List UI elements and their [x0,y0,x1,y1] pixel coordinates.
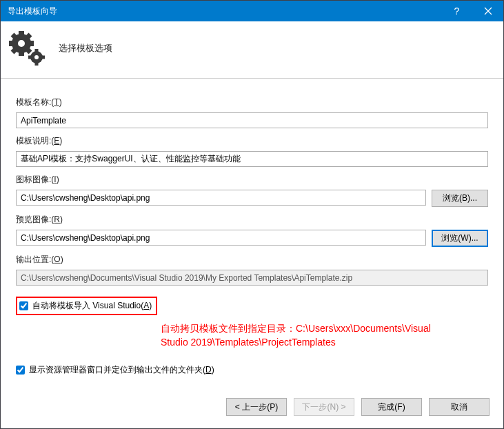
template-desc-label: 模板说明:(E) [16,135,488,147]
output-location-label: 输出位置:(O) [16,254,488,266]
wizard-header: 选择模板选项 [1,21,503,79]
svg-rect-14 [35,62,39,66]
close-icon [484,7,492,15]
svg-rect-13 [35,49,39,52]
template-name-label: 模板名称:(T) [16,97,488,108]
icon-image-label: 图标图像:(I) [16,174,488,186]
close-button[interactable] [472,1,503,21]
annotation-highlight-box: 自动将模板导入 Visual Studio(A) [16,297,157,315]
window-title: 导出模板向导 [8,6,441,17]
icon-image-input[interactable] [16,190,426,206]
preview-browse-button[interactable]: 浏览(W)... [432,230,488,247]
svg-point-11 [18,40,25,47]
finish-button[interactable]: 完成(F) [361,398,422,416]
cancel-button[interactable]: 取消 [429,398,490,416]
icon-browse-button[interactable]: 浏览(B)... [432,190,488,207]
previous-button[interactable]: < 上一步(P) [226,398,287,416]
show-explorer-checkbox[interactable] [16,366,25,375]
svg-rect-4 [19,50,24,56]
template-name-input[interactable] [16,112,488,128]
titlebar: 导出模板向导 ? [1,1,503,21]
next-button: 下一步(N) > [294,398,354,416]
wizard-footer: < 上一步(P) 下一步(N) > 完成(F) 取消 [1,390,503,428]
dialog-window: 导出模板向导 ? [0,0,504,429]
preview-image-input[interactable] [16,230,426,246]
svg-rect-5 [9,41,14,46]
svg-rect-6 [28,41,34,46]
preview-image-label: 预览图像:(R) [16,214,488,226]
svg-rect-3 [19,31,24,37]
auto-import-label: 自动将模板导入 Visual Studio(A) [32,300,152,312]
window-controls: ? [441,1,503,21]
gear-icon [9,31,48,66]
auto-import-checkbox[interactable] [19,301,28,310]
output-location-field: C:\Users\cwsheng\Documents\Visual Studio… [16,270,488,286]
show-explorer-label: 显示资源管理器窗口并定位到输出文件的文件夹(D) [29,364,214,376]
annotation-text: 自动拷贝模板文件到指定目录：C:\Users\xxx\Documents\Vis… [16,322,488,349]
svg-rect-15 [28,56,32,59]
template-desc-input[interactable] [16,151,488,167]
svg-point-17 [34,55,39,59]
help-button[interactable]: ? [441,1,472,21]
wizard-content: 模板名称:(T) 模板说明:(E) 图标图像:(I) 浏览(B)... 预览图像… [1,79,503,390]
wizard-step-title: 选择模板选项 [59,42,112,54]
svg-rect-16 [41,56,45,59]
